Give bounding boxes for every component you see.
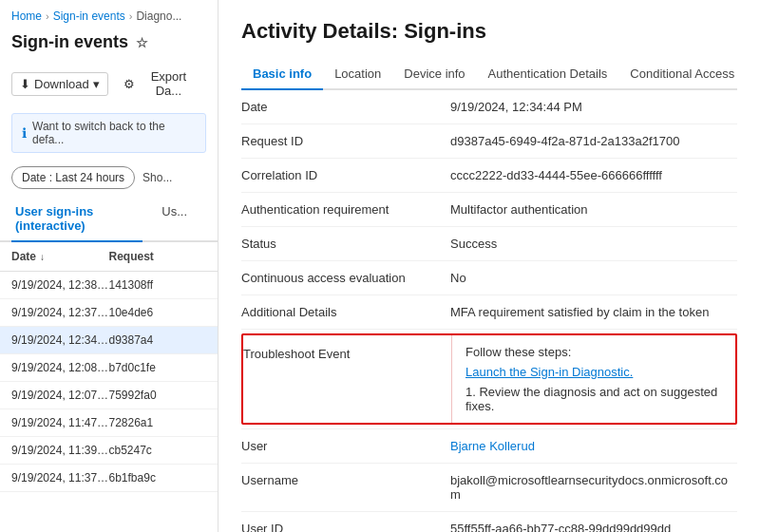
date-cell: 9/19/2024, 12:38:04 ... [11, 278, 109, 292]
date-filter-chip[interactable]: Date : Last 24 hours [11, 166, 135, 189]
user-field-value: 55ff55ff-aa66-bb77-cc88-99dd99dd99dd [450, 522, 671, 532]
field-value: Multifactor authentication [450, 202, 737, 217]
table-row[interactable]: 9/19/2024, 12:38:04 ... 141308ff [0, 272, 218, 299]
filter-bar: Date : Last 24 hours Sho... [0, 159, 218, 197]
date-cell: 9/19/2024, 12:37:57 ... [11, 306, 109, 319]
user-label: Username [241, 473, 450, 487]
gear-icon: ⚙ [124, 77, 135, 91]
user-value: 55ff55ff-aa66-bb77-cc88-99dd99dd99dd [450, 522, 737, 532]
tab-interactive[interactable]: User sign-ins (interactive) [11, 197, 142, 242]
download-button[interactable]: ⬇ Download ▾ [11, 72, 108, 96]
toolbar: ⬇ Download ▾ ⚙ Export Da... [0, 60, 218, 107]
detail-field-row: Date 9/19/2024, 12:34:44 PM [241, 90, 737, 124]
date-cell: 9/19/2024, 12:34:44 ... [11, 333, 109, 347]
request-cell: 141308ff [109, 278, 207, 292]
breadcrumb: Home › Sign-in events › Diagno... [0, 0, 218, 28]
pin-icon[interactable]: ☆ [136, 35, 148, 50]
request-cell: 72826a1 [109, 416, 207, 429]
detail-field-row: Status Success [241, 227, 737, 261]
troubleshoot-row: Troubleshoot Event Follow these steps: L… [241, 330, 737, 429]
detail-tab-location[interactable]: Location [323, 59, 392, 90]
field-value: 9/19/2024, 12:34:44 PM [450, 100, 737, 114]
detail-tab-conditional-access[interactable]: Conditional Access [618, 59, 746, 90]
breadcrumb-sep-1: › [46, 10, 49, 22]
table-row[interactable]: 9/19/2024, 12:07:56 ... 75992fa0 [0, 382, 218, 409]
tab-other[interactable]: Us... [158, 197, 191, 242]
field-value: No [450, 271, 737, 285]
breadcrumb-home[interactable]: Home [11, 10, 42, 23]
detail-title: Activity Details: Sign-ins [241, 19, 737, 44]
detail-tab-authentication-details[interactable]: Authentication Details [477, 59, 619, 90]
signin-table: 9/19/2024, 12:38:04 ... 141308ff 9/19/20… [0, 272, 218, 532]
troubleshoot-label: Troubleshoot Event [243, 335, 452, 423]
field-value: d9387a45-6949-4f2a-871d-2a133a2f1700 [450, 134, 737, 148]
table-row[interactable]: 9/19/2024, 11:47:23 ... 72826a1 [0, 409, 218, 437]
date-col-header[interactable]: Date ↓ [11, 250, 109, 263]
breadcrumb-current: Diagno... [136, 10, 181, 23]
field-value: MFA requirement satisfied by claim in th… [450, 305, 737, 319]
sidebar: Home › Sign-in events › Diagno... Sign-i… [0, 0, 218, 532]
date-cell: 9/19/2024, 12:07:56 ... [11, 389, 109, 402]
request-cell: d9387a4 [109, 333, 207, 347]
field-label: Correlation ID [241, 168, 450, 182]
troubleshoot-content: Follow these steps: Launch the Sign-in D… [452, 335, 735, 423]
detail-panel: Activity Details: Sign-ins Basic infoLoc… [218, 0, 760, 532]
detail-tab-device-info[interactable]: Device info [392, 59, 476, 90]
request-cell: b7d0c1fe [109, 361, 207, 374]
user-field-row: User ID 55ff55ff-aa66-bb77-cc88-99dd99dd… [241, 512, 737, 532]
field-value: cccc2222-dd33-4444-55ee-666666ffffff [450, 168, 737, 182]
field-label: Continuous access evaluation [241, 271, 450, 285]
field-label: Status [241, 237, 450, 251]
show-button[interactable]: Sho... [142, 171, 172, 184]
detail-field-row: Correlation ID cccc2222-dd33-4444-55ee-6… [241, 159, 737, 193]
field-label: Additional Details [241, 305, 450, 319]
table-row[interactable]: 9/19/2024, 12:08:05 ... b7d0c1fe [0, 354, 218, 382]
info-icon: ℹ [22, 125, 27, 141]
user-label: User ID [241, 522, 450, 532]
launch-diagnostic-link[interactable]: Launch the Sign-in Diagnostic. [466, 365, 722, 379]
download-icon: ⬇ [20, 77, 30, 91]
detail-tabs: Basic infoLocationDevice infoAuthenticat… [241, 59, 737, 90]
breadcrumb-sep-2: › [129, 10, 133, 22]
user-field-row: Username bjakoll@microsoftlearnsecurityd… [241, 464, 737, 512]
field-label: Request ID [241, 134, 450, 148]
user-link[interactable]: Bjarne Kollerud [450, 439, 535, 453]
download-chevron-icon: ▾ [93, 77, 100, 91]
date-cell: 9/19/2024, 12:08:05 ... [11, 361, 109, 374]
troubleshoot-title: Follow these steps: [466, 345, 722, 359]
field-label: Date [241, 100, 450, 114]
table-header: Date ↓ Request [0, 242, 218, 272]
troubleshoot-step: 1. Review the diagnosis and act on sugge… [466, 385, 722, 413]
export-button[interactable]: ⚙ Export Da... [116, 66, 206, 102]
sidebar-title: Sign-in events ☆ [0, 28, 218, 60]
table-row[interactable]: 9/19/2024, 11:37:54 ... 6b1fba9c [0, 465, 218, 492]
table-row[interactable]: 9/19/2024, 12:37:57 ... 10e4de6 [0, 299, 218, 327]
user-field-value: bjakoll@microsoftlearnsecuritydocs.onmic… [450, 473, 728, 502]
sort-icon: ↓ [40, 252, 45, 262]
field-label: Authentication requirement [241, 202, 450, 217]
detail-field-row: Additional Details MFA requirement satis… [241, 295, 737, 330]
request-cell: 6b1fba9c [109, 471, 207, 484]
date-cell: 9/19/2024, 11:47:23 ... [11, 416, 109, 429]
info-banner: ℹ Want to switch back to the defa... [11, 113, 206, 153]
signin-tabs: User sign-ins (interactive) Us... [0, 197, 218, 242]
detail-field-row: Continuous access evaluation No [241, 261, 737, 295]
request-cell: 75992fa0 [109, 389, 207, 402]
request-cell: cb5247c [109, 444, 207, 457]
detail-field-row: Authentication requirement Multifactor a… [241, 193, 737, 227]
field-value: Success [450, 237, 737, 251]
user-field-row: User Bjarne Kollerud [241, 429, 737, 464]
breadcrumb-signin[interactable]: Sign-in events [53, 10, 125, 23]
request-cell: 10e4de6 [109, 306, 207, 319]
request-col-header[interactable]: Request [109, 250, 207, 263]
user-label: User [241, 439, 450, 453]
detail-tab-basic-info[interactable]: Basic info [241, 59, 323, 90]
detail-table: Date 9/19/2024, 12:34:44 PM Request ID d… [241, 90, 737, 532]
detail-field-row: Request ID d9387a45-6949-4f2a-871d-2a133… [241, 124, 737, 159]
table-row[interactable]: 9/19/2024, 11:39:13 ... cb5247c [0, 437, 218, 465]
date-cell: 9/19/2024, 11:39:13 ... [11, 444, 109, 457]
table-row[interactable]: 9/19/2024, 12:34:44 ... d9387a4 [0, 327, 218, 354]
user-value: Bjarne Kollerud [450, 439, 737, 453]
user-value: bjakoll@microsoftlearnsecuritydocs.onmic… [450, 473, 737, 502]
date-cell: 9/19/2024, 11:37:54 ... [11, 471, 109, 484]
